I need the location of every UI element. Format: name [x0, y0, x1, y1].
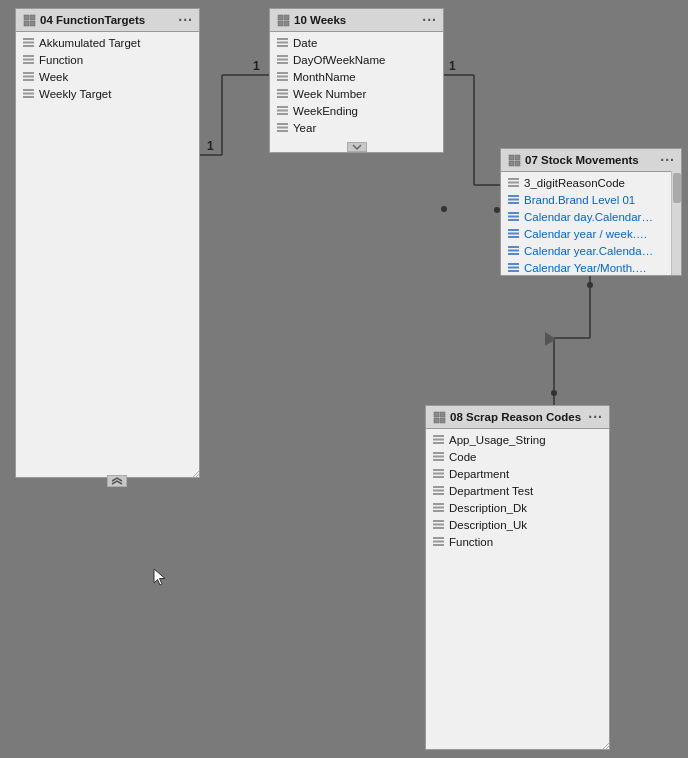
field-icon: [22, 87, 35, 100]
svg-rect-31: [23, 93, 34, 95]
svg-rect-32: [23, 96, 34, 98]
table-function-targets[interactable]: 04 FunctionTargets ··· Akkumulated Targe…: [15, 8, 200, 478]
field-name: Department: [449, 468, 509, 480]
list-item: Function: [426, 533, 609, 550]
field-name: Calendar year.Calendar year ...: [524, 245, 654, 257]
svg-rect-52: [277, 110, 288, 112]
svg-rect-80: [440, 412, 445, 417]
table-body-stock-movements: 3_digitReasonCode Brand.Brand Level 01 C…: [501, 172, 681, 276]
field-icon: [507, 261, 520, 274]
svg-rect-59: [509, 161, 514, 166]
table-menu-10-weeks[interactable]: ···: [422, 12, 437, 28]
svg-rect-18: [30, 15, 35, 20]
list-item: 3_digitReasonCode: [501, 174, 681, 191]
svg-rect-38: [284, 21, 289, 26]
table-menu-function-targets[interactable]: ···: [178, 12, 193, 28]
field-icon: [22, 53, 35, 66]
field-name: Week: [39, 71, 68, 83]
svg-rect-88: [433, 459, 444, 461]
svg-rect-97: [433, 510, 444, 512]
svg-rect-85: [433, 442, 444, 444]
svg-rect-82: [440, 418, 445, 423]
svg-rect-53: [277, 113, 288, 115]
field-icon: [276, 36, 289, 49]
svg-rect-60: [515, 161, 520, 166]
field-icon: [507, 244, 520, 257]
table-menu-scrap-reason-codes[interactable]: ···: [588, 409, 603, 425]
list-item: Department Test: [426, 482, 609, 499]
table-header-scrap-reason-codes[interactable]: 08 Scrap Reason Codes ···: [426, 406, 609, 429]
svg-rect-84: [433, 439, 444, 441]
field-icon: [432, 450, 445, 463]
field-icon: [276, 121, 289, 134]
svg-rect-58: [515, 155, 520, 160]
svg-rect-83: [433, 435, 444, 437]
table-header-function-targets[interactable]: 04 FunctionTargets ···: [16, 9, 199, 32]
svg-rect-93: [433, 490, 444, 492]
table-menu-stock-movements[interactable]: ···: [660, 152, 675, 168]
svg-rect-64: [508, 195, 519, 197]
field-icon: [432, 433, 445, 446]
svg-rect-54: [277, 123, 288, 125]
list-item: App_Usage_String: [426, 431, 609, 448]
list-item: Description_Dk: [426, 499, 609, 516]
svg-rect-41: [277, 45, 288, 47]
field-name: Calendar day.Calendar day L...: [524, 211, 654, 223]
field-icon: [22, 36, 35, 49]
resize-handle-function-targets[interactable]: [189, 467, 199, 477]
svg-rect-68: [508, 216, 519, 218]
resize-handle-scrap-reason-codes[interactable]: [599, 739, 609, 749]
table-stock-movements[interactable]: 07 Stock Movements ··· 3_digitReasonCode…: [500, 148, 682, 276]
table-title-stock-movements: 07 Stock Movements: [525, 154, 639, 166]
svg-rect-76: [508, 263, 519, 265]
table-10-weeks[interactable]: 10 Weeks ··· Date DayOfWeekName: [269, 8, 444, 153]
list-item: Calendar Year/Month.Calend...: [501, 259, 681, 276]
list-item: MonthName: [270, 68, 443, 85]
field-name: Weekly Target: [39, 88, 111, 100]
list-item: Description_Uk: [426, 516, 609, 533]
svg-rect-96: [433, 507, 444, 509]
list-item: Function: [16, 51, 199, 68]
field-name: Description_Uk: [449, 519, 527, 531]
svg-rect-74: [508, 250, 519, 252]
svg-rect-39: [277, 38, 288, 40]
field-name: Calendar year / week.Calend...: [524, 228, 654, 240]
svg-rect-103: [433, 544, 444, 546]
svg-rect-23: [23, 45, 34, 47]
list-item: Akkumulated Target: [16, 34, 199, 51]
field-icon: [507, 176, 520, 189]
svg-rect-42: [277, 55, 288, 57]
field-name: Date: [293, 37, 317, 49]
svg-rect-57: [509, 155, 514, 160]
svg-rect-28: [23, 76, 34, 78]
collapse-handle-10-weeks[interactable]: [347, 142, 367, 152]
list-item: WeekEnding: [270, 102, 443, 119]
table-scrap-reason-codes[interactable]: 08 Scrap Reason Codes ··· App_Usage_Stri…: [425, 405, 610, 750]
scrollbar-stock-movements[interactable]: [671, 171, 681, 275]
table-header-stock-movements[interactable]: 07 Stock Movements ···: [501, 149, 681, 172]
svg-rect-29: [23, 79, 34, 81]
svg-rect-69: [508, 219, 519, 221]
svg-rect-51: [277, 106, 288, 108]
field-name: Function: [449, 536, 493, 548]
list-item: Week: [16, 68, 199, 85]
svg-rect-43: [277, 59, 288, 61]
list-item: Year: [270, 119, 443, 136]
svg-rect-91: [433, 476, 444, 478]
svg-rect-49: [277, 93, 288, 95]
svg-rect-22: [23, 42, 34, 44]
svg-rect-48: [277, 89, 288, 91]
svg-rect-37: [278, 21, 283, 26]
list-item: Code: [426, 448, 609, 465]
svg-rect-35: [278, 15, 283, 20]
list-item: Calendar year.Calendar year ...: [501, 242, 681, 259]
svg-rect-25: [23, 59, 34, 61]
svg-rect-17: [24, 15, 29, 20]
list-item: Calendar day.Calendar day L...: [501, 208, 681, 225]
table-grid-icon: [22, 13, 36, 27]
expand-handle-function-targets[interactable]: [107, 475, 127, 487]
table-grid-icon: [432, 410, 446, 424]
table-header-10-weeks[interactable]: 10 Weeks ···: [270, 9, 443, 32]
svg-rect-70: [508, 229, 519, 231]
svg-rect-20: [30, 21, 35, 26]
